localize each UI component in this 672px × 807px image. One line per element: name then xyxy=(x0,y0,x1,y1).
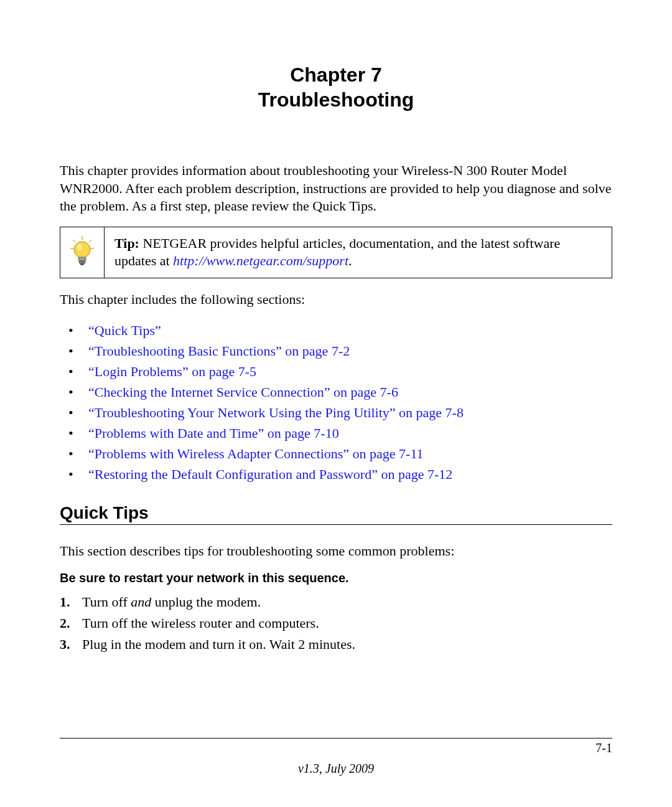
step-text: Turn off the wireless router and compute… xyxy=(82,615,319,631)
svg-line-1 xyxy=(73,240,75,242)
page-number: 7-1 xyxy=(60,741,612,755)
step-text-pre: Turn off xyxy=(82,594,131,610)
svg-point-5 xyxy=(74,242,90,258)
svg-point-6 xyxy=(77,243,82,251)
tip-support-link[interactable]: http://www.netgear.com/support xyxy=(173,253,348,268)
section-xref[interactable]: “Checking the Internet Service Connectio… xyxy=(88,384,398,400)
list-item: “Troubleshooting Your Network Using the … xyxy=(60,402,612,423)
lightbulb-icon xyxy=(68,235,96,270)
section-xref[interactable]: “Login Problems” on page 7-5 xyxy=(88,364,256,379)
list-item: Plug in the modem and turn it on. Wait 2… xyxy=(60,634,612,655)
document-page: Chapter 7 Troubleshooting This chapter p… xyxy=(0,0,672,807)
list-item: Turn off and unplug the modem. xyxy=(60,592,612,613)
svg-rect-8 xyxy=(79,261,85,263)
step-text-em: and xyxy=(131,594,151,610)
section-xref[interactable]: “Troubleshooting Your Network Using the … xyxy=(88,405,464,420)
page-footer: 7-1 v1.3, July 2009 xyxy=(60,738,612,776)
section-links-list: “Quick Tips” “Troubleshooting Basic Func… xyxy=(60,320,612,484)
chapter-name: Troubleshooting xyxy=(60,87,612,112)
chapter-title-block: Chapter 7 Troubleshooting xyxy=(60,62,612,112)
intro-paragraph: This chapter provides information about … xyxy=(60,162,612,215)
tip-text: Tip: NETGEAR provides helpful articles, … xyxy=(105,227,612,278)
list-item: “Problems with Wireless Adapter Connecti… xyxy=(60,443,612,464)
section-xref[interactable]: “Quick Tips” xyxy=(88,323,161,338)
list-item: “Troubleshooting Basic Functions” on pag… xyxy=(60,341,612,361)
doc-version: v1.3, July 2009 xyxy=(60,762,612,776)
quick-tips-intro: This section describes tips for troubles… xyxy=(60,542,612,560)
tip-callout: Tip: NETGEAR provides helpful articles, … xyxy=(60,227,612,278)
list-item: “Quick Tips” xyxy=(60,320,612,341)
sections-intro: This chapter includes the following sect… xyxy=(60,291,612,309)
section-xref[interactable]: “Problems with Wireless Adapter Connecti… xyxy=(88,446,424,461)
restart-sequence-list: Turn off and unplug the modem. Turn off … xyxy=(60,592,612,655)
svg-rect-9 xyxy=(80,263,84,265)
tip-icon-cell xyxy=(60,227,105,278)
section-xref[interactable]: “Restoring the Default Configuration and… xyxy=(88,466,452,482)
list-item: “Restoring the Default Configuration and… xyxy=(60,464,612,484)
section-xref[interactable]: “Problems with Date and Time” on page 7-… xyxy=(88,425,339,441)
list-item: “Login Problems” on page 7-5 xyxy=(60,361,612,382)
step-text: Plug in the modem and turn it on. Wait 2… xyxy=(82,636,355,652)
svg-rect-7 xyxy=(78,257,86,261)
list-item: “Checking the Internet Service Connectio… xyxy=(60,382,612,402)
tip-trailing-period: . xyxy=(348,253,352,268)
restart-sequence-subhead: Be sure to restart your network in this … xyxy=(60,571,612,585)
quick-tips-heading: Quick Tips xyxy=(60,503,612,523)
section-xref[interactable]: “Troubleshooting Basic Functions” on pag… xyxy=(88,343,350,359)
step-text-post: unplug the modem. xyxy=(151,594,261,610)
chapter-number: Chapter 7 xyxy=(60,62,612,87)
svg-line-2 xyxy=(89,240,91,242)
section-divider xyxy=(60,524,612,525)
list-item: “Problems with Date and Time” on page 7-… xyxy=(60,423,612,443)
tip-label: Tip: xyxy=(114,235,139,251)
list-item: Turn off the wireless router and compute… xyxy=(60,613,612,634)
footer-divider xyxy=(60,738,612,739)
